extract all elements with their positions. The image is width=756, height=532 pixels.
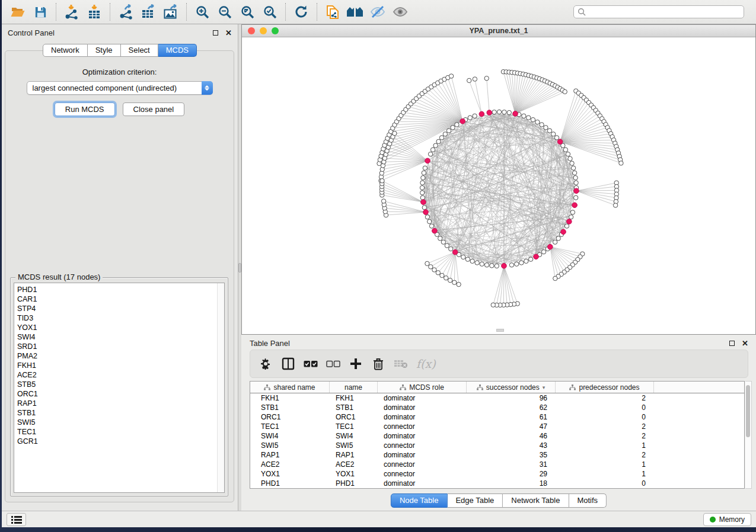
close-panel-icon[interactable]: ✕ (225, 30, 232, 36)
graph-selected-hub-node[interactable] (421, 200, 426, 205)
column-header-predecessor-nodes[interactable]: predecessor nodes (556, 382, 654, 393)
graph-node[interactable] (569, 215, 573, 219)
import-table-button[interactable] (83, 2, 106, 21)
graph-leaf-node[interactable] (436, 271, 440, 275)
result-node-item[interactable]: RAP1 (14, 399, 216, 408)
graph-node[interactable] (420, 181, 425, 185)
graph-node[interactable] (430, 148, 435, 152)
result-node-item[interactable]: YOX1 (14, 323, 216, 332)
graph-node[interactable] (468, 116, 472, 120)
graph-leaf-node[interactable] (491, 303, 495, 307)
table-row[interactable]: STB1STB1dominator620 (250, 403, 744, 412)
graph-node[interactable] (495, 264, 499, 268)
cell-predecessor-nodes[interactable]: 0 (556, 403, 654, 412)
table-scrollbar[interactable] (745, 381, 752, 489)
cell-shared-name[interactable]: ACE2 (250, 460, 330, 469)
zoom-in-button[interactable] (191, 2, 213, 21)
graph-node[interactable] (566, 152, 570, 156)
graph-leaf-node[interactable] (484, 76, 489, 81)
cell-MCDS-role[interactable]: dominator (378, 393, 467, 403)
result-list-scrollbar[interactable] (217, 283, 224, 492)
graph-leaf-node[interactable] (381, 199, 385, 203)
table-row[interactable]: FKH1FKH1dominator962 (250, 393, 744, 403)
cell-MCDS-role[interactable]: dominator (378, 431, 467, 441)
column-header-shared-name[interactable]: shared name (250, 382, 330, 393)
graph-node[interactable] (524, 259, 528, 263)
graph-selected-hub-node[interactable] (572, 203, 578, 208)
column-header-MCDS-role[interactable]: MCDS role (378, 382, 467, 393)
select-all-rows-button[interactable] (304, 355, 318, 372)
tab-motifs[interactable]: Motifs (569, 493, 607, 508)
cell-successor-nodes[interactable]: 35 (467, 450, 556, 460)
cell-shared-name[interactable]: RAP1 (250, 450, 330, 460)
result-node-item[interactable]: SWI4 (14, 332, 216, 342)
result-node-item[interactable]: STB1 (14, 408, 216, 418)
close-panel-button[interactable]: Close panel (123, 102, 185, 116)
graph-node[interactable] (563, 148, 567, 152)
graph-selected-hub-node[interactable] (513, 111, 518, 117)
graph-node[interactable] (568, 156, 572, 161)
float-panel-icon[interactable] (213, 30, 218, 36)
result-node-item[interactable]: STP4 (14, 304, 216, 313)
result-node-item[interactable]: STB5 (14, 380, 216, 389)
tab-network-table[interactable]: Network Table (503, 493, 569, 508)
cell-predecessor-nodes[interactable]: 0 (556, 412, 654, 422)
cell-predecessor-nodes[interactable]: 1 (556, 441, 654, 450)
graph-node[interactable] (571, 166, 575, 170)
graph-node[interactable] (461, 255, 465, 259)
graph-leaf-node[interactable] (452, 280, 457, 284)
graph-node[interactable] (449, 246, 453, 251)
graph-selected-hub-node[interactable] (567, 219, 572, 225)
tab-mcds[interactable]: MCDS (158, 44, 197, 57)
graph-node[interactable] (441, 240, 445, 244)
tab-node-table[interactable]: Node Table (391, 493, 448, 508)
graph-node[interactable] (492, 110, 496, 114)
open-session-button[interactable] (7, 2, 29, 21)
graph-node[interactable] (554, 136, 559, 140)
tab-network[interactable]: Network (43, 44, 88, 57)
graph-node[interactable] (480, 262, 484, 266)
zoom-selected-button[interactable] (259, 2, 281, 21)
graph-node[interactable] (556, 236, 560, 241)
graph-node[interactable] (425, 215, 429, 219)
result-node-item[interactable]: FKH1 (14, 361, 216, 370)
import-network-button[interactable] (60, 2, 83, 21)
save-session-button[interactable] (29, 2, 52, 21)
network-canvas[interactable] (242, 37, 755, 334)
graph-node[interactable] (429, 224, 433, 228)
cell-predecessor-nodes[interactable]: 1 (556, 469, 654, 479)
table-row[interactable]: ACE2ACE2connector311 (250, 460, 744, 469)
graph-node[interactable] (570, 161, 574, 165)
result-node-item[interactable]: GCR1 (14, 437, 216, 446)
first-neighbors-button[interactable] (344, 2, 366, 21)
graph-leaf-node[interactable] (380, 178, 384, 182)
graph-leaf-node[interactable] (613, 203, 617, 207)
result-node-item[interactable]: SWI5 (14, 418, 216, 427)
graph-node[interactable] (541, 249, 546, 254)
cell-name[interactable]: SWI5 (330, 441, 378, 450)
search-input[interactable] (586, 8, 740, 16)
graph-node[interactable] (445, 243, 449, 248)
graph-selected-hub-node[interactable] (502, 263, 507, 268)
cell-MCDS-role[interactable]: dominator (378, 412, 467, 422)
cell-shared-name[interactable]: YOX1 (250, 469, 330, 479)
graph-node[interactable] (547, 129, 551, 133)
cell-predecessor-nodes[interactable]: 2 (556, 450, 654, 460)
graph-selected-hub-node[interactable] (479, 111, 484, 117)
cell-name[interactable]: TEC1 (330, 422, 378, 431)
graph-selected-hub-node[interactable] (561, 229, 566, 235)
zoom-out-button[interactable] (213, 2, 236, 21)
cell-MCDS-role[interactable]: connector (378, 422, 467, 431)
network-horizontal-scrollbar[interactable] (496, 329, 504, 332)
table-row[interactable]: SWI4SWI4dominator462 (250, 431, 744, 441)
graph-node[interactable] (420, 185, 424, 190)
table-scrollbar-thumb[interactable] (746, 385, 750, 437)
hide-selected-button[interactable] (366, 2, 389, 21)
cell-successor-nodes[interactable]: 43 (467, 441, 556, 450)
cell-shared-name[interactable]: SWI5 (250, 441, 330, 450)
network-window-titlebar[interactable]: YPA_prune.txt_1 (242, 25, 755, 37)
cell-MCDS-role[interactable]: connector (378, 460, 467, 469)
graph-node[interactable] (551, 132, 555, 136)
table-row[interactable]: PHD1PHD1dominator180 (250, 479, 744, 488)
cell-name[interactable]: FKH1 (330, 393, 378, 403)
